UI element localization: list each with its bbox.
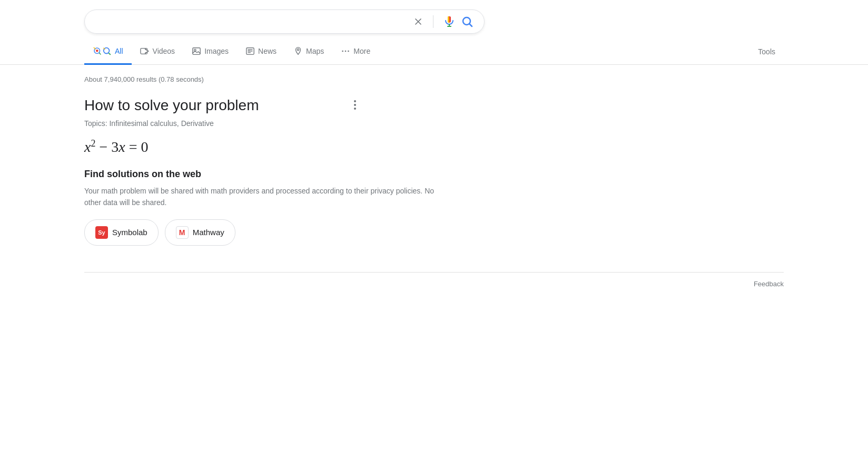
clear-icon[interactable] [413,16,423,27]
tab-more-label: More [353,47,370,55]
more-dots-icon [341,46,350,56]
mathway-label: Mathway [193,228,224,237]
images-icon [192,46,201,56]
more-options-button[interactable] [352,98,358,112]
results-count: About 7,940,000 results (0.78 seconds) [84,75,442,83]
svg-rect-16 [193,48,200,55]
search-submit-icon[interactable] [461,15,474,28]
symbolab-label: Symbolab [112,228,147,237]
news-icon [245,46,255,56]
tab-maps[interactable]: Maps [285,39,332,65]
svg-rect-2 [448,16,449,23]
tab-all[interactable]: All [84,39,132,65]
feedback-bar: Feedback [0,273,868,295]
feedback-link[interactable]: Feedback [754,280,784,288]
svg-line-10 [99,53,101,54]
main-content: About 7,940,000 results (0.78 seconds) H… [0,65,527,272]
tools-label: Tools [758,47,775,56]
search-divider [433,15,433,28]
math-equation: x2 − 3x = 0 [84,138,442,156]
dot3 [354,108,356,110]
mathway-button[interactable]: M Mathway [165,219,235,246]
search-box: find the derivative of x^2-3x=0 [84,9,485,34]
dot2 [354,104,356,106]
tab-news[interactable]: News [237,39,285,65]
tab-all-label: All [115,47,123,55]
featured-box: How to solve your problem Topics: Infini… [84,96,442,246]
tab-images-label: Images [204,47,229,55]
top-bar: find the derivative of x^2-3x=0 [0,0,868,39]
svg-point-23 [297,49,299,51]
featured-topics: Topics: Infinitesimal calculus, Derivati… [84,119,442,128]
tab-images[interactable]: Images [183,39,237,65]
search-tab-icon [93,46,112,56]
solutions-description: Your math problem will be shared with ma… [84,185,442,209]
tab-tools[interactable]: Tools [749,40,784,63]
tab-more[interactable]: More [332,39,379,65]
search-input[interactable]: find the derivative of x^2-3x=0 [95,17,408,26]
tab-maps-label: Maps [306,47,324,55]
svg-point-26 [348,51,349,52]
svg-rect-22 [248,50,250,52]
dot1 [354,100,356,102]
mic-icon[interactable] [443,15,456,28]
video-icon [140,46,150,56]
solver-buttons: Sy Symbolab M Mathway [84,219,442,246]
featured-title: How to solve your problem [84,96,442,115]
svg-line-6 [470,24,472,27]
symbolab-button[interactable]: Sy Symbolab [84,219,159,246]
maps-icon [293,46,303,56]
symbolab-logo: Sy [95,226,108,239]
mathway-logo: M [176,226,189,239]
svg-point-24 [342,51,344,52]
tab-videos-label: Videos [153,47,175,55]
svg-point-25 [345,51,347,52]
tab-news-label: News [258,47,277,55]
nav-tabs: All Videos Images [0,39,868,65]
tab-videos[interactable]: Videos [132,39,184,65]
solutions-title: Find solutions on the web [84,169,442,180]
